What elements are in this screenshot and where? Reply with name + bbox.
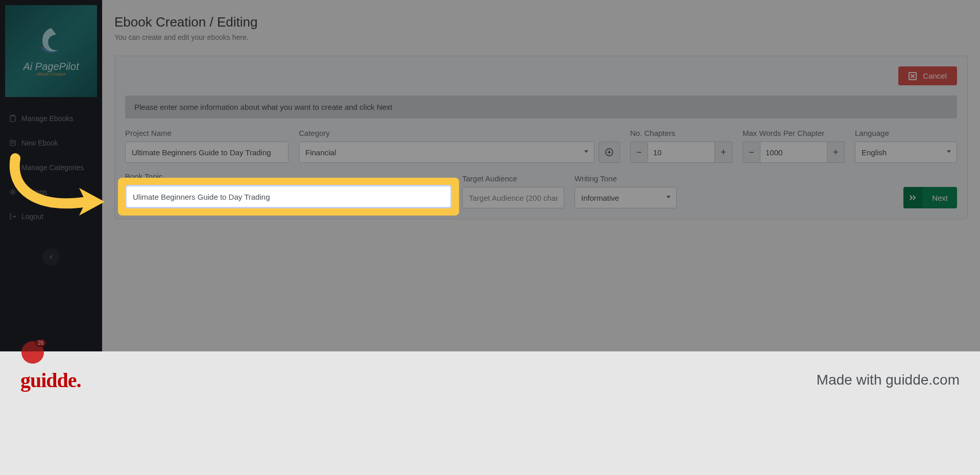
max-words-stepper: − + <box>743 141 845 163</box>
page-title: Ebook Creation / Editing <box>114 14 968 30</box>
cancel-label: Cancel <box>923 72 947 80</box>
clipboard-icon <box>9 115 16 122</box>
category-label: Category <box>299 129 620 137</box>
sidebar-nav: Manage Ebooks New Ebook Manage Categorie… <box>0 102 102 233</box>
main-content: Ebook Creation / Editing You can create … <box>102 0 980 351</box>
sidebar-item-logout[interactable]: Logout <box>0 204 102 229</box>
brand-logo: Ai PagePilot eBook Creator <box>5 5 97 97</box>
sidebar-item-new-ebook[interactable]: New Ebook <box>0 131 102 155</box>
info-message: Please enter some information about what… <box>125 96 957 118</box>
notification-badge[interactable]: 26 <box>21 341 44 364</box>
project-name-label: Project Name <box>125 129 289 137</box>
max-words-input[interactable] <box>760 141 827 163</box>
brand-name: Ai PagePilot <box>23 61 79 73</box>
badge-count: 26 <box>35 339 46 347</box>
footer-text: Made with guidde.com <box>817 372 960 388</box>
sidebar-item-label: Manage Categories <box>21 163 84 172</box>
sidebar-item-manage-ebooks[interactable]: Manage Ebooks <box>0 106 102 131</box>
sidebar-item-label: Manage Ebooks <box>21 114 73 123</box>
footer: guidde. Made with guidde.com <box>0 351 980 475</box>
cancel-button[interactable]: Cancel <box>898 66 957 85</box>
book-icon <box>9 139 16 147</box>
project-name-input[interactable] <box>125 141 289 163</box>
sidebar-item-label: New Ebook <box>21 139 58 147</box>
page-subtitle: You can create and edit your ebooks here… <box>114 33 968 41</box>
writing-tone-label: Writing Tone <box>575 174 677 183</box>
language-label: Language <box>855 129 957 137</box>
form-card: Cancel Please enter some information abo… <box>114 56 968 219</box>
sidebar: Ai PagePilot eBook Creator Manage Ebooks… <box>0 0 102 351</box>
target-audience-label: Target Audience <box>462 174 564 183</box>
chapters-plus-button[interactable]: + <box>715 141 732 163</box>
next-button[interactable]: Next <box>903 187 957 208</box>
chevron-left-icon <box>49 254 54 259</box>
max-words-plus-button[interactable]: + <box>827 141 845 163</box>
chapters-stepper: − + <box>630 141 732 163</box>
brand-swirl-icon <box>36 26 66 56</box>
gear-icon <box>9 188 16 196</box>
language-select[interactable]: English <box>855 141 957 163</box>
logout-icon <box>9 213 16 220</box>
svg-point-8 <box>12 191 14 194</box>
sidebar-item-settings[interactable]: Settings <box>0 180 102 204</box>
category-select[interactable]: Financial <box>299 141 594 163</box>
list-icon <box>9 164 16 171</box>
chevrons-right-icon <box>909 195 917 201</box>
add-category-button[interactable] <box>599 141 620 163</box>
svg-rect-0 <box>10 115 15 122</box>
max-words-label: Max Words Per Chapter <box>743 129 845 137</box>
svg-rect-1 <box>12 115 14 116</box>
sidebar-collapse-button[interactable] <box>42 248 60 266</box>
book-topic-input[interactable] <box>133 193 444 201</box>
chapters-input[interactable] <box>648 141 715 163</box>
target-audience-input[interactable] <box>462 187 564 208</box>
sidebar-item-label: Settings <box>21 188 47 196</box>
close-icon <box>909 72 917 80</box>
plus-circle-icon <box>605 148 614 157</box>
writing-tone-select[interactable]: Informative <box>575 187 677 208</box>
sidebar-item-label: Logout <box>21 212 43 221</box>
guidde-logo: guidde. <box>20 368 81 392</box>
sidebar-item-manage-categories[interactable]: Manage Categories <box>0 155 102 180</box>
max-words-minus-button[interactable]: − <box>743 141 760 163</box>
chapters-label: No. Chapters <box>630 129 732 137</box>
chapters-minus-button[interactable]: − <box>630 141 648 163</box>
next-label: Next <box>923 194 957 202</box>
